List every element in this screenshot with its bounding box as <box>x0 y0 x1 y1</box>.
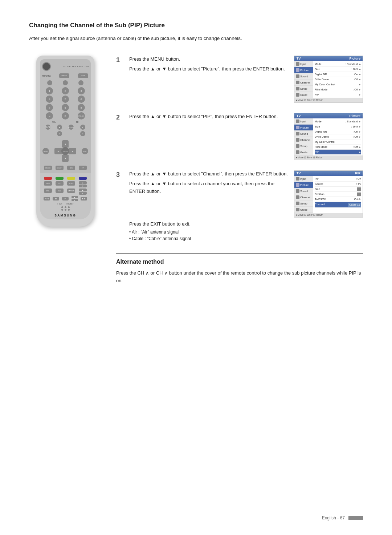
setup-label-1: Setup <box>300 87 307 90</box>
yellow-button[interactable] <box>67 177 75 180</box>
btn-empty-3[interactable] <box>78 80 83 85</box>
tv-row-dnr-1: Digital NR : On ► <box>315 72 361 77</box>
btn-2[interactable]: 2 <box>62 87 69 94</box>
btn-prech[interactable]: PRE-CH <box>78 112 85 119</box>
psize-button[interactable]: PSIZE <box>44 181 52 186</box>
cable-label: CABLE <box>77 65 83 68</box>
vol-down[interactable]: ▼ <box>57 131 62 136</box>
ch-up-c[interactable]: ▲ <box>72 196 78 198</box>
vol-label: VOL <box>52 121 56 123</box>
mode-button[interactable]: MODE <box>78 73 88 78</box>
dnie-button[interactable]: DNIe <box>44 189 52 193</box>
btn-1[interactable]: 1 <box>46 87 53 94</box>
tv-menu-1-header: TV Picture <box>294 56 363 61</box>
vcr-label: VCR <box>72 65 76 68</box>
picture-icon-3 <box>296 183 299 187</box>
ch-up-b[interactable]: ▲ <box>79 181 87 184</box>
ch-down-c[interactable]: ▼ <box>72 199 78 201</box>
ch-down-b[interactable]: ▼ <box>79 185 87 187</box>
exit-button[interactable]: EXIT <box>82 148 88 154</box>
pip-label-2: PIP <box>315 150 319 154</box>
size-val-2: : 16:9 ► <box>351 125 361 128</box>
step-1-text1: Press the MENU button. <box>129 56 289 63</box>
btn-dash[interactable]: – <box>46 112 53 119</box>
blue-button[interactable] <box>79 177 87 180</box>
pos-pip-box <box>357 192 361 196</box>
btn-8[interactable]: 8 <box>62 104 69 111</box>
tv-row-size-2: Size : 16:9 ► <box>315 124 361 129</box>
pmode-button[interactable]: PMODE <box>59 73 69 78</box>
input-label-2: Input <box>300 120 306 123</box>
red-button[interactable] <box>44 177 52 180</box>
size-label-1: Size <box>315 68 320 71</box>
pip-button[interactable]: PIP <box>79 166 87 170</box>
channel-icon-1 <box>296 81 299 84</box>
btn-empty-1[interactable] <box>47 80 52 85</box>
vol-up-b[interactable]: ▲ <box>79 189 87 191</box>
source-button[interactable]: SOURCE <box>69 125 74 130</box>
dpad-right[interactable]: ► <box>69 148 76 154</box>
sidebar-setup-1: Setup <box>294 86 313 92</box>
mode-label-2: Mode <box>315 120 322 123</box>
tv-row-mycolor-1: My Color Control ► <box>315 82 361 87</box>
dots-row-2 <box>42 209 89 211</box>
dnie-val-2: : Off ► <box>353 135 361 138</box>
pip-val-3: : On <box>356 177 361 181</box>
menu-button[interactable]: MENU <box>42 148 49 154</box>
vol-up[interactable]: ▲ <box>57 125 62 130</box>
stop-button[interactable]: ■ <box>53 197 59 200</box>
green-button[interactable] <box>56 177 64 180</box>
still-button[interactable]: STILL <box>56 181 64 186</box>
btn-9[interactable]: 9 <box>78 104 85 111</box>
ch-up[interactable]: ▲ <box>80 125 85 130</box>
antenna-row: ANTENNA PMODE MODE <box>42 73 89 78</box>
numpad: 1 2 3 4 5 6 7 8 9 – 0 PRE-CH <box>42 87 89 119</box>
mute-vol-row: MUTE ▲ ▼ SOURCE ▲ ▼ <box>42 124 89 137</box>
tv-menu-3-body: Input Picture Sound <box>294 176 363 213</box>
btn-4[interactable]: 4 <box>46 96 53 103</box>
ch-down[interactable]: ▼ <box>80 131 85 136</box>
film-label-2: Film Mode <box>315 145 327 149</box>
vol-down-b[interactable]: ▼ <box>79 192 87 195</box>
play-button[interactable]: ► <box>62 197 69 200</box>
btn-7[interactable]: 7 <box>46 104 53 111</box>
power-button[interactable] <box>42 62 51 71</box>
pos-label-3: Position <box>315 192 324 196</box>
sound-icon-1 <box>296 74 299 78</box>
dpad-down[interactable]: ▼ <box>62 155 69 162</box>
dpad-up[interactable]: ▲ <box>62 140 69 147</box>
tv-row-source-3: Source : TV <box>315 182 361 187</box>
setup-icon-2 <box>296 144 299 148</box>
guide-label-2: Guide <box>300 151 307 154</box>
btn-3[interactable]: 3 <box>78 87 85 94</box>
size-val-1: : 16:9 ► <box>351 68 361 71</box>
btn-0[interactable]: 0 <box>62 112 69 119</box>
tv-label-1: TV <box>297 57 301 60</box>
power-row: TV STR VCR CABLE DVD <box>42 62 89 71</box>
btn-5[interactable]: 5 <box>62 96 69 103</box>
btn-empty-2[interactable] <box>63 80 68 85</box>
mute-button[interactable]: MUTE <box>45 125 50 130</box>
caption-button[interactable]: CAPTION <box>67 189 75 193</box>
rewind-button[interactable]: ◄◄ <box>44 197 50 200</box>
source-labels: TV STR VCR CABLE DVD <box>63 65 89 68</box>
btn-6[interactable]: 6 <box>78 96 85 103</box>
mts-button[interactable]: MTS <box>67 166 75 170</box>
sleep-button[interactable]: SLEEP <box>67 181 75 186</box>
tv-row-mode-1: Mode : Standard ► <box>315 62 361 67</box>
chlist-button[interactable]: CH.LIST <box>56 166 64 170</box>
menu-title-1: Picture <box>349 57 360 60</box>
favch-button[interactable]: FAV.CH <box>44 166 52 170</box>
page-footer: English - 67 <box>322 515 363 520</box>
ffwd-button[interactable]: ►► <box>81 197 87 200</box>
sound-icon-3 <box>296 189 299 193</box>
main-content: TV STR VCR CABLE DVD ANTENNA PMODE MODE <box>29 56 363 285</box>
dnse-button[interactable]: DNSe <box>56 189 64 193</box>
enter-button[interactable]: ENTER <box>61 147 69 155</box>
film-val-2: : Off ► <box>353 145 361 149</box>
picture-label-1: Picture <box>300 69 309 72</box>
channel-icon-3 <box>296 195 299 199</box>
set-label: ○ SET <box>57 203 62 205</box>
alternate-section: Alternate method Press the CH ∧ or CH ∨ … <box>116 253 363 285</box>
dpad-left[interactable]: ◄ <box>54 148 62 154</box>
